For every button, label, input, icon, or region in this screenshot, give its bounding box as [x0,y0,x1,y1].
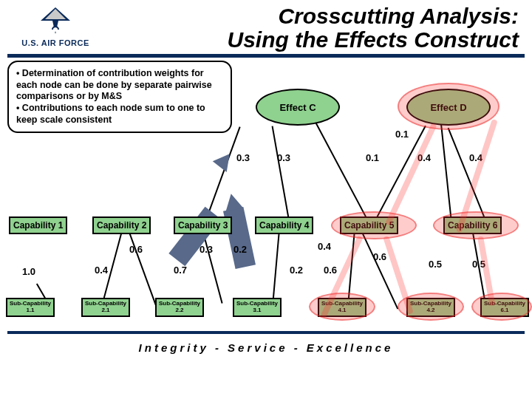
logo-area: U.S. AIR FORCE [7,4,103,47]
weight-label: 0.2 [233,244,247,255]
motto: Integrity - Service - Excellence [0,341,532,354]
sub-capability-2-1: Sub-Capability 2.1 [81,298,130,317]
sub-capability-2-2: Sub-Capability 2.2 [155,298,204,317]
callout-bullet-1: • Determination of contribution weights … [16,68,223,103]
footer-divider [7,331,525,334]
highlight-sub-4-1 [309,293,375,321]
callout-note: • Determination of contribution weights … [7,61,232,133]
weight-label: 0.6 [373,251,386,262]
weight-label: 0.7 [174,265,187,276]
weight-label: 0.3 [236,152,250,163]
weight-label: 0.1 [366,152,379,163]
highlight-capability-6 [433,211,519,239]
sub-capability-3-1: Sub-Capability 3.1 [233,298,282,317]
weight-label: 1.0 [22,266,35,277]
callout-bullet-2: • Contributions to each node sum to one … [16,103,223,126]
weight-label: 0.3 [200,244,213,255]
highlight-sub-6-1 [471,293,532,321]
sub-capability-1-1: Sub-Capability 1.1 [6,298,55,317]
effect-c-label: Effect C [279,102,316,113]
diagram-canvas: • Determination of contribution weights … [7,58,525,331]
highlight-stroke [385,123,437,225]
svg-point-0 [53,27,58,32]
title-line-1: Crosscutting Analysis: [103,4,519,28]
weight-label: 0.5 [429,259,442,270]
capability-1-node: Capability 1 [9,216,67,234]
weight-label: 0.6 [324,265,337,276]
highlight-capability-5 [331,211,417,239]
weight-label: 0.6 [129,244,143,255]
org-name: U.S. AIR FORCE [21,38,89,47]
highlight-effect-d [398,83,499,130]
capability-2-node: Capability 2 [92,216,151,234]
effect-c-node: Effect C [256,89,340,126]
weight-label: 0.1 [395,129,409,140]
air-force-logo-icon [33,4,78,37]
contribution-arrow-icon [168,207,221,266]
weight-label: 0.2 [290,265,303,276]
capability-4-node: Capability 4 [255,216,313,234]
capability-3-node: Capability 3 [174,216,232,234]
weight-label: 0.4 [318,241,331,252]
page-title: Crosscutting Analysis: Using the Effects… [103,4,525,51]
title-line-2: Using the Effects Construct [103,28,519,52]
weight-label: 0.3 [277,152,290,163]
weight-label: 0.4 [95,265,108,276]
header: U.S. AIR FORCE Crosscutting Analysis: Us… [0,0,532,51]
